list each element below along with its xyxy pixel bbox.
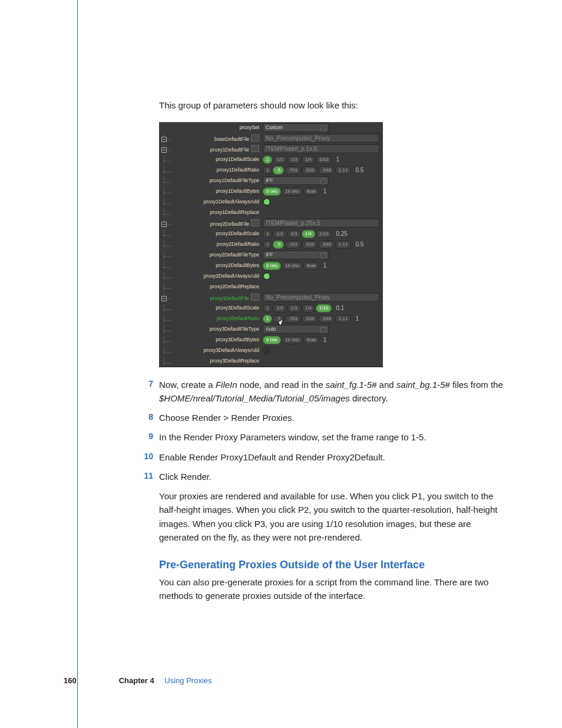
intro-text: This group of parameters should now look… xyxy=(159,99,507,113)
param-row: proxy2DefaultFileTypeIFF xyxy=(159,250,383,261)
pill-option[interactable]: .833 xyxy=(302,241,318,249)
folder-icon[interactable] xyxy=(251,134,259,141)
pill-option[interactable]: 1/4 xyxy=(302,230,315,238)
param-row: proxy1DefaultReplace xyxy=(159,207,383,218)
pill-option[interactable]: 1/4 xyxy=(302,156,315,164)
pill-option[interactable]: float xyxy=(303,262,319,270)
param-row: proxy1DefaultFileTypeIFF xyxy=(159,176,383,186)
param-label: proxy2DefaultScale xyxy=(159,230,262,238)
pill-option[interactable]: float xyxy=(303,336,319,344)
param-value: Custom xyxy=(262,123,383,132)
param-label: proxy3DefaultBytes xyxy=(159,336,262,344)
dropdown[interactable]: IFF xyxy=(263,251,329,259)
param-row: proxy2DefaultScale11/21/31/41/100.25 xyxy=(159,229,383,239)
dropdown[interactable]: Auto xyxy=(263,325,329,334)
pill-value: 0.5 xyxy=(355,166,363,174)
param-row: proxy3DefaultScale11/21/31/41/100.1 xyxy=(159,303,383,314)
pill-option[interactable]: 1.11 xyxy=(335,166,352,174)
pill-option[interactable]: 1.11 xyxy=(335,315,352,323)
pill-option[interactable]: float xyxy=(303,187,319,196)
pill-group: 8 bits16 bitsfloat xyxy=(263,187,320,196)
pill-option[interactable]: 1 xyxy=(263,230,272,238)
pill-option[interactable]: 1/2 xyxy=(273,156,286,164)
pill-option[interactable]: .703 xyxy=(285,315,301,323)
radio-toggle[interactable] xyxy=(263,198,270,206)
pill-value: 1 xyxy=(323,335,327,344)
pill-option[interactable]: .833 xyxy=(302,166,318,174)
file-input[interactable]: /TEMP/saint_p.1x.5 xyxy=(263,144,379,153)
pill-option[interactable]: .5 xyxy=(273,166,284,174)
pill-option[interactable]: 1/10 xyxy=(316,156,332,164)
param-value: 11/21/31/41/101 xyxy=(262,155,383,164)
folder-icon[interactable] xyxy=(251,294,259,301)
pill-option[interactable]: 1 xyxy=(263,304,272,312)
pill-option[interactable]: 1/3 xyxy=(287,230,301,238)
file-input[interactable]: No_Precomputed_Proxy xyxy=(263,293,379,302)
pill-option[interactable]: 1 xyxy=(263,241,272,249)
param-row: proxy2DefaultBytes8 bits16 bitsfloat1 xyxy=(159,261,383,271)
param-label: proxy3DefaultScale xyxy=(159,304,262,312)
pill-option[interactable]: .938 xyxy=(318,241,335,249)
page-footer: 160 Chapter 4 Using Proxies xyxy=(64,676,212,685)
pill-group: 8 bits16 bitsfloat xyxy=(263,262,320,270)
step-text: Now, create a FileIn node, and read in t… xyxy=(159,378,507,406)
pill-option[interactable]: 8 bits xyxy=(263,336,281,344)
param-label: proxy2DefaultFileType xyxy=(159,251,262,259)
dropdown[interactable]: Custom xyxy=(263,123,329,132)
pill-option[interactable]: 16 bits xyxy=(282,336,303,344)
radio-toggle[interactable] xyxy=(263,272,270,280)
step-number: 8 xyxy=(137,411,159,424)
pill-option[interactable]: 1/10 xyxy=(316,304,332,312)
pill-option[interactable]: .938 xyxy=(318,166,335,174)
step-item: 8Choose Render > Render Proxies. xyxy=(159,411,507,424)
dropdown[interactable]: IFF xyxy=(263,176,329,185)
pill-option[interactable]: 1 xyxy=(263,166,272,174)
param-value: 11/21/31/41/100.1 xyxy=(262,304,383,312)
param-value xyxy=(262,272,383,280)
step-number: 11 xyxy=(137,470,159,483)
pill-option[interactable]: 1/2 xyxy=(273,304,286,312)
result-paragraph: Your proxies are rendered and available … xyxy=(159,489,507,544)
pill-value: 1 xyxy=(323,261,327,270)
file-input[interactable]: No_Precomputed_Proxy xyxy=(263,134,379,143)
pill-option[interactable]: 8 bits xyxy=(263,187,281,196)
param-label: proxy3DefaultAlwaysAdd xyxy=(159,347,262,354)
pill-option[interactable]: 1.11 xyxy=(335,241,352,249)
param-row: proxy2DefaultAlwaysAdd xyxy=(159,271,383,282)
pill-option[interactable]: 1 xyxy=(263,315,272,323)
pill-option[interactable]: .833 xyxy=(302,315,318,323)
pill-option[interactable]: 16 bits xyxy=(282,262,303,270)
pill-option[interactable]: 1 xyxy=(263,156,272,164)
collapse-box-icon[interactable] xyxy=(161,296,167,301)
page-number: 160 xyxy=(64,676,77,685)
pill-option[interactable]: .938 xyxy=(318,315,335,323)
section-paragraph: You can also pre-generate proxies for a … xyxy=(159,575,507,603)
pill-option[interactable]: 1/3 xyxy=(287,156,301,164)
param-label: baseDefaultFile xyxy=(159,134,262,143)
pill-option[interactable]: 16 bits xyxy=(282,187,303,196)
pill-option[interactable]: .5 xyxy=(273,241,284,249)
folder-icon[interactable] xyxy=(251,219,259,226)
pill-option[interactable]: .703 xyxy=(285,241,301,249)
param-value: 11/21/31/41/100.25 xyxy=(262,229,383,238)
pill-option[interactable]: 8 bits xyxy=(263,262,281,270)
collapse-box-icon[interactable] xyxy=(161,137,167,142)
param-row: baseDefaultFileNo_Precomputed_Proxy xyxy=(159,133,383,144)
collapse-box-icon[interactable] xyxy=(161,147,167,153)
pill-option[interactable]: .5 xyxy=(273,315,284,323)
param-value: 8 bits16 bitsfloat1 xyxy=(262,335,383,344)
folder-icon[interactable] xyxy=(251,145,259,152)
pill-group: 8 bits16 bitsfloat xyxy=(263,336,320,344)
step-text: Choose Render > Render Proxies. xyxy=(159,411,507,424)
pill-option[interactable]: 1/2 xyxy=(273,230,286,238)
collapse-box-icon[interactable] xyxy=(161,222,167,227)
pill-option[interactable]: 1/10 xyxy=(316,230,332,238)
radio-toggle[interactable] xyxy=(263,347,270,354)
file-input[interactable]: /TEMP/saint_p.25x.5 xyxy=(263,219,379,228)
param-value: /TEMP/saint_p.25x.5 xyxy=(262,219,383,228)
pill-option[interactable]: .703 xyxy=(285,166,301,174)
pill-option[interactable]: 1/4 xyxy=(302,304,315,312)
param-value: No_Precomputed_Proxy xyxy=(262,293,383,302)
step-number: 7 xyxy=(137,378,159,406)
pill-option[interactable]: 1/3 xyxy=(287,304,301,312)
